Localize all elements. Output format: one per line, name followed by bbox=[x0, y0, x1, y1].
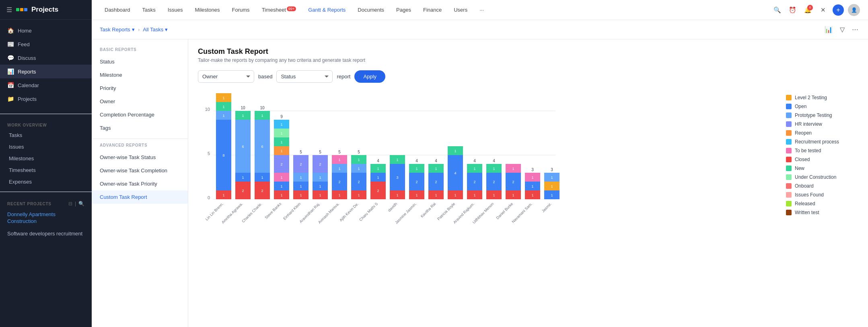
sidebar-item-tasks[interactable]: Tasks bbox=[0, 129, 92, 141]
sidebar-item-label: Calendar bbox=[18, 82, 39, 88]
svg-text:1: 1 bbox=[454, 149, 456, 153]
nav-tasks[interactable]: Tasks bbox=[138, 4, 160, 15]
svg-text:3: 3 bbox=[551, 168, 553, 172]
based-label: based bbox=[258, 74, 272, 80]
nav-milestones[interactable]: Milestones bbox=[190, 4, 224, 15]
svg-text:4: 4 bbox=[435, 159, 437, 163]
legend-item: Issues Found bbox=[786, 192, 858, 198]
sidebar-item-expenses[interactable]: Expenses bbox=[0, 176, 92, 188]
legend-item: HR interview bbox=[786, 121, 858, 127]
breadcrumb-all-tasks[interactable]: All Tasks ▾ bbox=[143, 27, 168, 33]
svg-text:1: 1 bbox=[435, 193, 437, 197]
nav-more[interactable]: ··· bbox=[475, 4, 489, 15]
nav-users[interactable]: Users bbox=[449, 4, 472, 15]
add-button[interactable]: + bbox=[833, 4, 844, 16]
svg-text:1: 1 bbox=[358, 167, 360, 171]
nav-issues[interactable]: Issues bbox=[163, 4, 188, 15]
nav-finance[interactable]: Finance bbox=[418, 4, 446, 15]
search-button[interactable]: 🔍 bbox=[771, 4, 783, 16]
svg-text:6: 6 bbox=[242, 145, 244, 149]
svg-text:1: 1 bbox=[377, 167, 379, 171]
svg-text:1: 1 bbox=[531, 176, 533, 180]
sidebar-item-reports[interactable]: 📊 Reports bbox=[0, 65, 92, 78]
svg-text:Navamani Sam.: Navamani Sam. bbox=[511, 202, 533, 224]
user-avatar[interactable]: 👤 bbox=[848, 4, 860, 16]
sidebar-item-calendar[interactable]: 📅 Calendar bbox=[0, 78, 92, 92]
panel-item-owner[interactable]: Owner bbox=[92, 95, 188, 108]
nav-documents[interactable]: Documents bbox=[353, 4, 389, 15]
svg-text:1: 1 bbox=[473, 167, 475, 171]
legend-label: Written test bbox=[795, 210, 819, 215]
sidebar: ☰ Projects 🏠 Home 📰 Feed 💬 Discuss 📊 Rep… bbox=[0, 0, 92, 327]
more-options-icon[interactable]: ⋯ bbox=[850, 24, 860, 35]
svg-text:1: 1 bbox=[358, 193, 360, 197]
svg-text:1: 1 bbox=[493, 193, 495, 197]
owner-dropdown[interactable]: Owner bbox=[198, 70, 254, 83]
calendar-icon: 📅 bbox=[7, 82, 14, 88]
filter-icon[interactable]: ▽ bbox=[838, 24, 846, 35]
legend-label: Onboard bbox=[795, 183, 814, 189]
panel-item-custom[interactable]: Custom Task Report bbox=[92, 190, 188, 204]
app-title: Projects bbox=[31, 6, 58, 14]
panel-item-status[interactable]: Status bbox=[92, 55, 188, 68]
panel-item-owner-priority[interactable]: Owner-wise Task Priority bbox=[92, 177, 188, 190]
sidebar-header: ☰ Projects bbox=[0, 0, 92, 20]
legend-color bbox=[786, 148, 792, 153]
search-icon[interactable]: 🔍 bbox=[78, 201, 84, 206]
status-dropdown[interactable]: Status bbox=[276, 70, 333, 83]
timer-icon[interactable]: ⏰ bbox=[787, 4, 798, 16]
sidebar-item-home[interactable]: 🏠 Home bbox=[0, 24, 92, 37]
svg-text:Ajith Kevin De.: Ajith Kevin De. bbox=[339, 202, 360, 223]
chart-legend: Level 2 TestingOpenPrototype TestingHR i… bbox=[786, 91, 858, 229]
svg-text:1: 1 bbox=[222, 105, 224, 109]
svg-text:8: 8 bbox=[222, 153, 224, 157]
top-navigation: Dashboard Tasks Issues Milestones Forums… bbox=[92, 0, 868, 20]
sidebar-item-timesheets[interactable]: Timesheets bbox=[0, 164, 92, 176]
nav-pages[interactable]: Pages bbox=[391, 4, 416, 15]
sidebar-item-projects[interactable]: 📁 Projects bbox=[0, 92, 92, 106]
svg-text:10: 10 bbox=[260, 106, 265, 110]
panel-item-tags[interactable]: Tags bbox=[92, 121, 188, 135]
svg-text:1: 1 bbox=[415, 167, 418, 171]
svg-text:1: 1 bbox=[473, 193, 475, 197]
svg-text:2: 2 bbox=[319, 162, 321, 166]
nav-dashboard[interactable]: Dashboard bbox=[100, 4, 135, 15]
recent-project-donnelly[interactable]: Donnelly Apartments Construction bbox=[0, 208, 92, 228]
panel-item-owner-status[interactable]: Owner-wise Task Status bbox=[92, 151, 188, 164]
breadcrumb-task-reports[interactable]: Task Reports ▾ bbox=[100, 27, 135, 33]
sidebar-item-label: Home bbox=[18, 28, 32, 34]
apply-button[interactable]: Apply bbox=[354, 70, 385, 83]
svg-text:1: 1 bbox=[222, 193, 224, 197]
panel-item-milestone[interactable]: Milestone bbox=[92, 68, 188, 82]
hamburger-icon[interactable]: ☰ bbox=[6, 6, 12, 14]
svg-text:2: 2 bbox=[300, 162, 302, 166]
sidebar-item-milestones[interactable]: Milestones bbox=[0, 153, 92, 164]
svg-text:Charles Charle.: Charles Charle. bbox=[241, 202, 263, 223]
filter-row: Owner based Status report Apply bbox=[198, 70, 858, 83]
filter-icon[interactable]: ⊟ bbox=[68, 201, 72, 206]
notification-badge: 6 bbox=[807, 5, 813, 10]
notifications-icon[interactable]: 🔔 6 bbox=[802, 4, 813, 16]
sidebar-item-feed[interactable]: 📰 Feed bbox=[0, 37, 92, 51]
svg-text:1: 1 bbox=[454, 193, 456, 197]
nav-timesheet[interactable]: Timesheet99+ bbox=[257, 4, 301, 15]
panel-item-completion[interactable]: Completion Percentage bbox=[92, 108, 188, 121]
chart-icon[interactable]: 📊 bbox=[823, 24, 834, 35]
recent-project-software[interactable]: Software developers recruitment bbox=[0, 228, 92, 240]
panel-item-owner-completion[interactable]: Owner-wise Task Completion bbox=[92, 164, 188, 177]
close-icon[interactable]: ✕ bbox=[817, 4, 829, 16]
svg-text:4: 4 bbox=[415, 159, 418, 163]
svg-text:2: 2 bbox=[473, 180, 475, 184]
sidebar-item-issues[interactable]: Issues bbox=[0, 141, 92, 153]
svg-text:1: 1 bbox=[280, 131, 282, 135]
nav-gantt[interactable]: Gantt & Reports bbox=[303, 4, 350, 15]
sidebar-item-discuss[interactable]: 💬 Discuss bbox=[0, 51, 92, 65]
legend-label: HR interview bbox=[795, 121, 822, 127]
svg-text:1: 1 bbox=[319, 193, 321, 197]
chart-area: 10 5 0 1018111Lin Lin Brenn.102161Amrith… bbox=[198, 91, 778, 229]
nav-forums[interactable]: Forums bbox=[227, 4, 255, 15]
discuss-icon: 💬 bbox=[7, 55, 14, 61]
svg-text:1: 1 bbox=[319, 184, 321, 188]
svg-text:5: 5 bbox=[358, 150, 360, 154]
panel-item-priority[interactable]: Priority bbox=[92, 82, 188, 95]
